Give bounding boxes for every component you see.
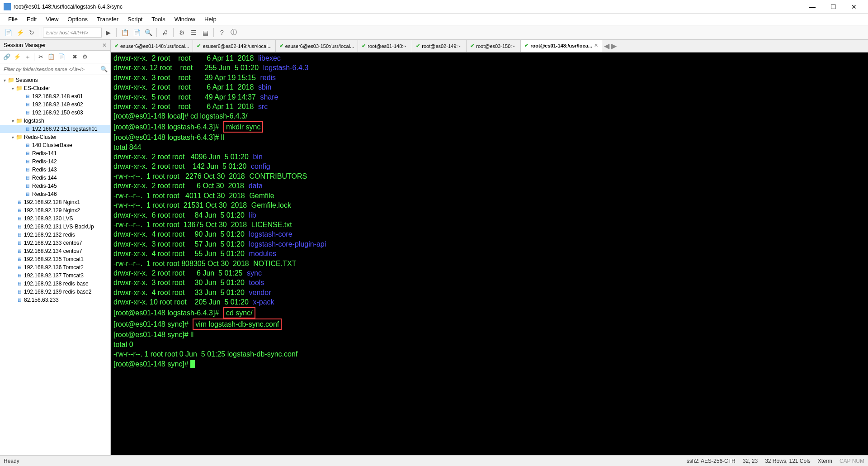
- tree-folder[interactable]: ▾📁Sessions: [0, 76, 110, 84]
- menu-edit[interactable]: Edit: [22, 14, 41, 24]
- check-icon: ✔: [279, 43, 283, 49]
- minimize-button[interactable]: —: [802, 0, 823, 14]
- properties-icon[interactable]: ⚙: [80, 52, 90, 62]
- check-icon: ✔: [114, 43, 118, 49]
- menubar: FileEditViewOptionsTransferScriptToolsWi…: [0, 14, 868, 25]
- tree-session[interactable]: 🖥192.168.92.136 Tomcat2: [0, 263, 110, 271]
- link-icon[interactable]: 🔗: [2, 52, 12, 62]
- check-icon: ✔: [197, 43, 201, 49]
- reconnect-icon[interactable]: ↻: [26, 27, 37, 38]
- tree-session[interactable]: 🖥192.168.92.133 centos7: [0, 239, 110, 247]
- statusbar: Ready ssh2: AES-256-CTR 32, 23 32 Rows, …: [0, 455, 868, 466]
- new-icon[interactable]: ＋: [23, 52, 33, 62]
- tree-session[interactable]: 🖥192.168.92.137 Tomcat3: [0, 271, 110, 280]
- sidebar-close-icon[interactable]: ✕: [102, 42, 107, 48]
- sidebar-header: Session Manager ✕: [0, 40, 110, 51]
- script-icon[interactable]: ▤: [200, 27, 211, 38]
- tree-folder[interactable]: ▾📁logstash: [0, 117, 110, 125]
- filter-input[interactable]: [2, 66, 100, 73]
- tree-session[interactable]: 🖥192.168.92.149 es02: [0, 100, 110, 109]
- delete-icon[interactable]: ✖: [70, 52, 80, 62]
- session-tab[interactable]: ✔root@es01-148:~: [358, 40, 412, 52]
- status-ssh: ssh2: AES-256-CTR: [687, 458, 736, 464]
- settings-icon[interactable]: ⚙: [176, 27, 187, 38]
- quick-connect-icon[interactable]: ⚡: [14, 27, 25, 38]
- app-icon: [4, 3, 11, 10]
- copy-icon[interactable]: 📋: [119, 27, 130, 38]
- tree-session[interactable]: 🖥192.168.92.132 redis: [0, 231, 110, 239]
- tree-session[interactable]: 🖥192.168.92.139 redis-base2: [0, 288, 110, 296]
- session-tabs: ✔esuser6@es01-148:/usr/local...✔esuser6@…: [111, 40, 868, 52]
- check-icon: ✔: [524, 43, 528, 48]
- menu-options[interactable]: Options: [63, 14, 92, 24]
- session-tab[interactable]: ✔root@es02-149:~: [412, 40, 467, 52]
- tree-folder[interactable]: ▾📁Redis-Cluster: [0, 133, 110, 141]
- check-icon: ✔: [362, 43, 366, 49]
- menu-view[interactable]: View: [41, 14, 63, 24]
- session-tab[interactable]: ✔esuser6@es01-148:/usr/local...: [111, 40, 193, 52]
- tree-session[interactable]: 🖥Redis-144: [0, 174, 110, 182]
- tree-session[interactable]: 🖥192.168.92.128 Nginx1: [0, 198, 110, 206]
- status-dimensions: 32 Rows, 121 Cols: [765, 458, 811, 464]
- print-icon[interactable]: 🖨: [160, 27, 170, 38]
- tree-session[interactable]: 🖥192.168.92.151 logstash01: [0, 125, 110, 133]
- connect-icon[interactable]: 📄: [3, 27, 14, 38]
- session-tab[interactable]: ✔esuser6@es03-150:/usr/local...: [276, 40, 358, 52]
- session-icon[interactable]: ☰: [188, 27, 199, 38]
- tree-session[interactable]: 🖥Redis-142: [0, 157, 110, 166]
- tab-next-icon[interactable]: ▶: [611, 42, 617, 50]
- tree-session[interactable]: 🖥Redis-143: [0, 166, 110, 174]
- sidebar-filter: 🔍: [0, 63, 110, 75]
- tree-session[interactable]: 🖥Redis-141: [0, 149, 110, 157]
- tree-session[interactable]: 🖥192.168.92.148 es01: [0, 92, 110, 100]
- tree-session[interactable]: 🖥140 ClusterBase: [0, 141, 110, 149]
- status-term: Xterm: [818, 458, 832, 464]
- window-title: root@es01-148:/usr/local/logstash-6.4.3/…: [14, 4, 802, 10]
- tree-session[interactable]: 🖥Redis-145: [0, 182, 110, 190]
- terminal[interactable]: drwxr-xr-x. 2 root root 6 Apr 11 2018 li…: [111, 52, 868, 455]
- status-ready: Ready: [4, 458, 687, 464]
- connect-host-icon[interactable]: ▶: [103, 27, 113, 38]
- menu-file[interactable]: File: [4, 14, 22, 24]
- menu-tools[interactable]: Tools: [147, 14, 170, 24]
- status-caps: CAP NUM: [840, 458, 864, 464]
- tree-session[interactable]: 🖥192.168.92.130 LVS: [0, 214, 110, 223]
- session-tab[interactable]: ✔root@es03-150:~: [467, 40, 521, 52]
- find-icon[interactable]: 🔍: [143, 27, 154, 38]
- maximize-button[interactable]: ☐: [823, 0, 844, 14]
- about-icon[interactable]: ⓘ: [228, 27, 239, 38]
- tree-session[interactable]: 🖥82.156.63.233: [0, 296, 110, 304]
- sidebar-toolbar: 🔗 ⚡ ＋ ✂ 📋 📄 ✖ ⚙: [0, 51, 110, 63]
- cut-icon[interactable]: ✂: [36, 52, 46, 62]
- session-tab[interactable]: ✔root@es01-148:/usr/loca...✕: [521, 40, 602, 52]
- menu-script[interactable]: Script: [123, 14, 147, 24]
- close-button[interactable]: ✕: [844, 0, 864, 14]
- quick-icon[interactable]: ⚡: [12, 52, 22, 62]
- main-toolbar: 📄 ⚡ ↻ Enter host <Alt+R> ▶ 📋 📄 🔍 🖨 ⚙ ☰ ▤…: [0, 25, 868, 40]
- host-input[interactable]: Enter host <Alt+R>: [43, 28, 102, 38]
- menu-help[interactable]: Help: [200, 14, 221, 24]
- tab-prev-icon[interactable]: ◀: [604, 42, 609, 50]
- tree-session[interactable]: 🖥192.168.92.135 Tomcat1: [0, 255, 110, 263]
- check-icon: ✔: [470, 43, 474, 49]
- session-manager-panel: Session Manager ✕ 🔗 ⚡ ＋ ✂ 📋 📄 ✖ ⚙ 🔍 ▾📁Se…: [0, 40, 111, 455]
- check-icon: ✔: [416, 43, 420, 49]
- paste-icon[interactable]: 📄: [131, 27, 142, 38]
- tree-session[interactable]: 🖥192.168.92.150 es03: [0, 109, 110, 117]
- titlebar: root@es01-148:/usr/local/logstash-6.4.3/…: [0, 0, 868, 14]
- session-tree[interactable]: ▾📁Sessions▾📁ES-Cluster🖥192.168.92.148 es…: [0, 75, 110, 455]
- session-tab[interactable]: ✔esuser6@es02-149:/usr/local...: [193, 40, 275, 52]
- search-icon[interactable]: 🔍: [100, 66, 108, 72]
- copy-session-icon[interactable]: 📋: [46, 52, 56, 62]
- paste-session-icon[interactable]: 📄: [57, 52, 66, 62]
- menu-transfer[interactable]: Transfer: [92, 14, 123, 24]
- menu-window[interactable]: Window: [170, 14, 200, 24]
- tree-session[interactable]: 🖥192.168.92.129 Nginx2: [0, 206, 110, 214]
- tree-session[interactable]: 🖥192.168.92.138 redis-base: [0, 280, 110, 288]
- tab-close-icon[interactable]: ✕: [594, 43, 598, 48]
- tree-folder[interactable]: ▾📁ES-Cluster: [0, 84, 110, 92]
- help-icon[interactable]: ?: [217, 27, 227, 38]
- tree-session[interactable]: 🖥192.168.92.134 centos7: [0, 247, 110, 255]
- tree-session[interactable]: 🖥Redis-146: [0, 190, 110, 198]
- tree-session[interactable]: 🖥192.168.92.131 LVS-BackUp: [0, 223, 110, 231]
